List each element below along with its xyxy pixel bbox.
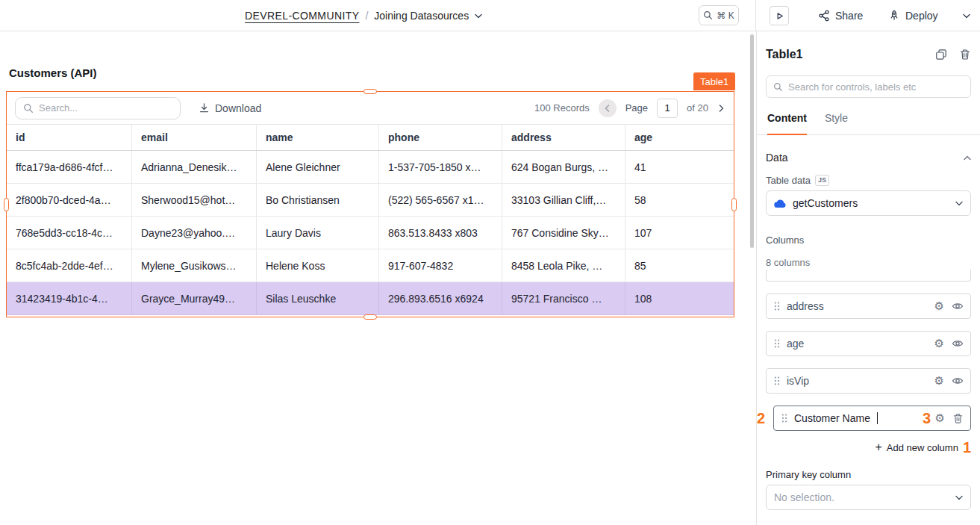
table-cell[interactable]: Silas Leuschke [257, 282, 379, 315]
table-cell[interactable]: Helene Koss [257, 249, 379, 282]
run-button[interactable] [770, 6, 789, 25]
table-cell[interactable]: 2f800b70-dced-4a… [7, 184, 132, 217]
table-cell[interactable]: 31423419-4b1c-4… [7, 282, 132, 315]
share-button[interactable]: Share [818, 0, 863, 31]
delete-widget-icon[interactable] [959, 49, 971, 60]
tab-content[interactable]: Content [767, 112, 807, 135]
chevron-up-icon[interactable] [964, 155, 971, 161]
table-widget[interactable]: Download 100 Records Page of 20 id email… [6, 91, 734, 317]
property-search-input[interactable] [788, 81, 964, 93]
table-row[interactable]: 8c5fc4ab-2dde-4ef… Mylene_Gusikows… Hele… [7, 249, 734, 282]
column-item-customer-name[interactable]: 2 3 Customer Name ⚙ [773, 406, 971, 431]
table-cell[interactable]: Sherwood15@hot… [132, 184, 257, 217]
column-item-isvip[interactable]: isVip ⚙ [766, 368, 971, 394]
table-cell[interactable]: ffca179a-d686-4fcf… [7, 151, 132, 184]
deploy-button[interactable]: Deploy [888, 0, 938, 31]
table-row[interactable]: 768e5dd3-cc18-4c… Dayne23@yahoo.… Laury … [7, 217, 734, 249]
widget-name-tag[interactable]: Table1 [693, 72, 735, 90]
gear-icon[interactable]: ⚙ [935, 413, 945, 424]
page-title: Customers (API) [9, 66, 97, 79]
table-cell[interactable]: Adrianna_Denesik… [132, 151, 257, 184]
property-pane: Table1 Content Style Data Table data JS [756, 31, 980, 525]
property-search-box[interactable] [766, 75, 971, 98]
share-label: Share [835, 10, 863, 22]
column-header-id[interactable]: id [7, 125, 132, 150]
deploy-menu-button[interactable] [963, 0, 970, 31]
js-toggle[interactable]: JS [815, 175, 829, 186]
column-item-age[interactable]: age ⚙ [766, 331, 971, 356]
column-header-phone[interactable]: phone [379, 125, 502, 150]
table-data-dropdown[interactable]: getCustomers [766, 190, 971, 216]
eye-icon[interactable] [952, 300, 964, 312]
annotation-2: 2 [757, 411, 765, 426]
next-page-button[interactable] [717, 103, 725, 114]
column-header-age[interactable]: age [625, 125, 734, 150]
table-cell[interactable]: Dayne23@yahoo.… [132, 217, 257, 249]
table-cell[interactable]: 58 [625, 184, 734, 217]
gear-icon[interactable]: ⚙ [934, 338, 944, 350]
gear-icon[interactable]: ⚙ [934, 376, 944, 387]
table-cell[interactable]: 8c5fc4ab-2dde-4ef… [7, 249, 132, 282]
resize-handle-top[interactable] [363, 89, 377, 94]
resize-handle-left[interactable] [4, 198, 9, 211]
column-item-address[interactable]: address ⚙ [766, 293, 971, 319]
drag-handle-icon[interactable] [773, 300, 781, 312]
table-cell[interactable]: Mylene_Gusikows… [132, 249, 257, 282]
rocket-icon [888, 10, 900, 22]
table-cell[interactable]: 296.893.6516 x6924 [379, 282, 502, 315]
canvas-scrollbar[interactable] [750, 34, 754, 248]
drag-handle-icon[interactable] [781, 412, 788, 424]
breadcrumb-app-name[interactable]: DEVREL-COMMUNITY [245, 10, 359, 22]
table-search-box[interactable] [15, 97, 181, 119]
chevron-down-icon[interactable] [475, 13, 482, 19]
add-new-column-button[interactable]: + Add new column [875, 441, 958, 453]
eye-icon[interactable] [952, 338, 964, 350]
drag-handle-icon[interactable] [773, 338, 781, 350]
column-header-email[interactable]: email [132, 125, 257, 150]
data-section-header[interactable]: Data [766, 152, 971, 164]
column-name-edit-field[interactable]: Customer Name [794, 412, 870, 424]
tab-style[interactable]: Style [825, 112, 848, 134]
table-row-selected[interactable]: 31423419-4b1c-4… Grayce_Murray49… Silas … [7, 282, 734, 315]
table-cell[interactable]: 95721 Francisco … [502, 282, 625, 315]
table-cell[interactable]: 917-607-4832 [379, 249, 502, 282]
table-cell[interactable]: 33103 Gillian Cliff,… [502, 184, 625, 217]
omnibar-search-button[interactable]: ⌘ K [699, 5, 739, 25]
trash-icon[interactable] [952, 413, 964, 424]
page-number-input[interactable] [657, 99, 678, 118]
page-label: Page [625, 102, 648, 114]
table-cell[interactable]: 863.513.8433 x803 [379, 217, 502, 249]
copy-widget-icon[interactable] [935, 49, 947, 60]
add-new-column-label: Add new column [887, 442, 958, 453]
breadcrumb-page-name[interactable]: Joining Datasources [374, 10, 469, 22]
table-cell[interactable]: 41 [625, 151, 734, 184]
eye-icon[interactable] [952, 375, 964, 387]
prev-page-button[interactable] [599, 99, 617, 117]
download-button[interactable]: Download [199, 102, 261, 114]
column-header-address[interactable]: address [502, 125, 625, 150]
table-cell[interactable]: Bo Christiansen [257, 184, 379, 217]
table-cell[interactable]: (522) 565-6567 x1… [379, 184, 502, 217]
primary-key-dropdown[interactable]: No selection. [766, 485, 971, 510]
drag-handle-icon[interactable] [773, 375, 781, 387]
table-cell[interactable]: 8458 Leola Pike, … [502, 249, 625, 282]
gear-icon[interactable]: ⚙ [934, 301, 944, 312]
table-search-input[interactable] [39, 102, 172, 114]
table-cell[interactable]: Alene Gleichner [257, 151, 379, 184]
table-cell[interactable]: 108 [625, 282, 734, 315]
table-cell[interactable]: 767 Considine Sky… [502, 217, 625, 249]
table-row[interactable]: ffca179a-d686-4fcf… Adrianna_Denesik… Al… [7, 151, 734, 184]
table-cell[interactable]: 768e5dd3-cc18-4c… [7, 217, 132, 249]
table-cell[interactable]: Laury Davis [257, 217, 379, 249]
table-cell[interactable]: 107 [625, 217, 734, 249]
table-cell[interactable]: 1-537-705-1850 x… [379, 151, 502, 184]
column-header-name[interactable]: name [257, 125, 379, 150]
table-row[interactable]: 2f800b70-dced-4a… Sherwood15@hot… Bo Chr… [7, 184, 734, 217]
table-cell[interactable]: 624 Bogan Burgs, … [502, 151, 625, 184]
resize-handle-bottom[interactable] [363, 314, 377, 320]
table-data-label: Table data [766, 175, 811, 186]
resize-handle-right[interactable] [731, 198, 737, 211]
table-cell[interactable]: 85 [625, 249, 734, 282]
table-cell[interactable]: Grayce_Murray49… [132, 282, 257, 315]
column-item-clipped[interactable] [766, 270, 971, 282]
